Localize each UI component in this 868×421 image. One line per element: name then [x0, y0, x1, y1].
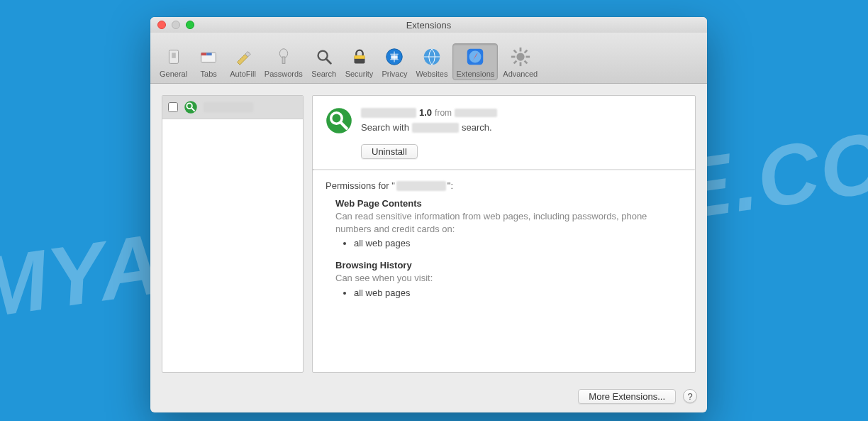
svg-line-23: [524, 61, 527, 64]
uninstall-button[interactable]: Uninstall: [361, 144, 418, 159]
tab-tabs[interactable]: Tabs: [192, 43, 225, 80]
extension-detail-icon: [326, 107, 352, 134]
tabs-icon: [197, 45, 220, 68]
tab-security[interactable]: Security: [342, 43, 377, 80]
tab-label: AutoFill: [230, 70, 256, 78]
svg-rect-6: [282, 57, 285, 63]
permissions-title: Permissions for " ":: [326, 180, 682, 191]
svg-point-29: [326, 108, 352, 133]
svg-rect-4: [206, 53, 212, 55]
window-footer: More Extensions... ?: [150, 384, 707, 412]
extensions-icon: [464, 45, 486, 68]
svg-rect-10: [354, 55, 365, 59]
svg-rect-1: [172, 53, 176, 58]
toolbar: General Tabs AutoFill Passwords: [150, 33, 707, 84]
desc-name-redacted: [412, 123, 459, 133]
perm-list: all web pages: [354, 238, 682, 248]
tab-label: Privacy: [382, 70, 407, 78]
svg-point-17: [516, 53, 524, 60]
tab-websites[interactable]: Websites: [412, 43, 451, 80]
perm-section-title: Web Page Contents: [335, 198, 682, 209]
tab-label: Extensions: [456, 70, 494, 78]
tab-label: Tabs: [201, 70, 217, 78]
passwords-icon: [272, 45, 295, 68]
tab-privacy[interactable]: Privacy: [378, 43, 411, 80]
security-icon: [348, 45, 371, 68]
tab-label: General: [160, 70, 187, 78]
titlebar: Extensions: [150, 17, 707, 33]
extension-detail-panel: 1.0 from Search with search. Uninstall: [312, 95, 696, 373]
extension-item-icon: [184, 100, 198, 114]
tab-passwords[interactable]: Passwords: [261, 43, 306, 80]
extension-name-redacted: [204, 102, 253, 112]
tab-label: Security: [345, 70, 374, 78]
permissions-section: Permissions for " ": Web Page Contents C…: [313, 170, 695, 310]
perm-list: all web pages: [354, 288, 682, 298]
perm-name-redacted: [396, 181, 446, 191]
detail-header-section: 1.0 from Search with search. Uninstall: [313, 96, 695, 169]
perm-section-title: Browsing History: [335, 260, 682, 270]
tab-extensions[interactable]: Extensions: [452, 43, 498, 80]
tab-label: Websites: [416, 70, 447, 78]
tab-search[interactable]: Search: [308, 43, 340, 80]
svg-line-22: [513, 50, 516, 53]
svg-line-24: [513, 61, 516, 64]
extension-developer-redacted: [455, 109, 497, 117]
content-area: 1.0 from Search with search. Uninstall: [150, 84, 707, 384]
tab-advanced[interactable]: Advanced: [499, 43, 541, 80]
extension-title-row: 1.0 from: [361, 107, 497, 118]
from-label: from: [435, 108, 452, 118]
perm-suffix: ":: [447, 180, 453, 191]
desc-suffix: search.: [462, 122, 492, 133]
preferences-window: Extensions General Tabs AutoFill: [150, 17, 707, 412]
tab-label: Advanced: [503, 70, 538, 78]
search-icon: [313, 45, 335, 68]
perm-section-desc: Can see when you visit:: [335, 272, 682, 285]
tab-autofill[interactable]: AutoFill: [226, 43, 260, 80]
autofill-icon: [231, 45, 254, 68]
help-button[interactable]: ?: [683, 389, 697, 403]
svg-rect-3: [201, 53, 207, 55]
svg-line-8: [326, 59, 330, 64]
advanced-icon: [509, 45, 532, 68]
perm-list-item: all web pages: [354, 238, 682, 248]
tab-label: Search: [311, 70, 336, 78]
more-extensions-button[interactable]: More Extensions...: [578, 389, 676, 404]
privacy-icon: [383, 45, 406, 68]
extensions-sidebar: [162, 95, 304, 373]
extension-version: 1.0: [419, 107, 432, 118]
tab-label: Passwords: [265, 70, 303, 78]
extension-description: Search with search.: [361, 122, 497, 133]
websites-icon: [421, 45, 443, 68]
desc-prefix: Search with: [361, 122, 409, 133]
perm-prefix: Permissions for ": [326, 180, 395, 191]
window-title: Extensions: [150, 20, 707, 31]
svg-line-25: [524, 50, 527, 53]
general-icon: [162, 45, 185, 68]
tab-general[interactable]: General: [156, 43, 191, 80]
perm-list-item: all web pages: [354, 288, 682, 298]
extension-enable-checkbox[interactable]: [168, 102, 178, 112]
extension-name-redacted: [361, 108, 416, 118]
perm-section-desc: Can read sensitive information from web …: [335, 210, 682, 235]
extension-list-item[interactable]: [162, 96, 303, 119]
